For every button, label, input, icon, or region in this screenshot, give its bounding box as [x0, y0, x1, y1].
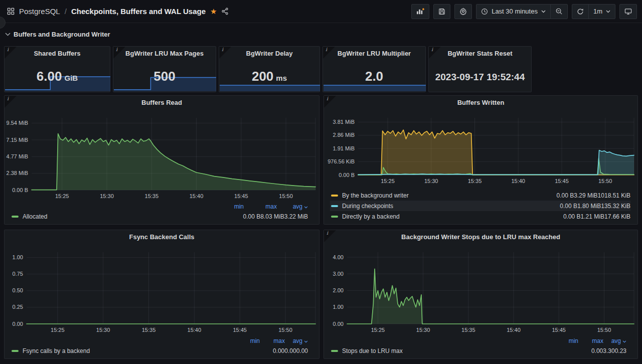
- legend-sort-max[interactable]: max: [260, 337, 285, 344]
- legend-stats-header: min max avg: [11, 336, 308, 345]
- svg-text:15:30: 15:30: [100, 193, 114, 199]
- panel-title[interactable]: BgWriter Delay: [219, 47, 319, 57]
- share-icon[interactable]: [221, 8, 229, 15]
- svg-text:15:25: 15:25: [55, 193, 69, 199]
- breadcrumb-folder[interactable]: PostgreSQL: [19, 7, 60, 16]
- refresh-icon: [577, 8, 584, 15]
- panel-title[interactable]: Shared Buffers: [5, 47, 110, 57]
- fsync-backend-calls-chart[interactable]: 1.000.750.500.250.0015:2515:3015:3515:40…: [5, 230, 320, 336]
- svg-text:0.75: 0.75: [13, 271, 23, 277]
- series-swatch: [331, 350, 338, 352]
- series-avg: 135.32 KiB: [601, 203, 630, 210]
- series-max: 8.03 MiB: [260, 213, 284, 220]
- series-max: 1.21 MiB: [581, 213, 604, 220]
- svg-text:4.77 MiB: 4.77 MiB: [7, 153, 28, 159]
- info-letter: i: [116, 47, 117, 52]
- panel-info-icon[interactable]: i: [219, 47, 231, 59]
- info-letter: i: [327, 230, 328, 236]
- panel-info-icon[interactable]: i: [113, 47, 125, 59]
- info-letter: i: [326, 47, 327, 52]
- panel-title[interactable]: BgWriter LRU Multiplier: [323, 47, 425, 57]
- legend-row: During checkpoints 0.00 B 1.80 MiB 135.3…: [330, 201, 630, 211]
- dashboards-grid-icon[interactable]: [7, 8, 15, 15]
- legend-sort-max[interactable]: max: [578, 337, 603, 344]
- breadcrumb-dashboard-title: Checkpoints, Buffers and WAL Usage: [71, 7, 206, 16]
- series-label[interactable]: During checkpoints: [342, 203, 533, 210]
- legend-sort-min[interactable]: min: [215, 203, 244, 210]
- legend-sort-max[interactable]: max: [244, 203, 277, 210]
- refresh-interval-dropdown[interactable]: 1m: [588, 5, 615, 19]
- series-min: 0.00 B: [530, 192, 574, 199]
- panel-info-icon[interactable]: i: [323, 47, 335, 59]
- legend-row: Directly by a backend 0.00 B 1.21 MiB 17…: [330, 211, 630, 222]
- buffers-written-chart[interactable]: 3.81 MiB2.86 MiB1.91 MiB976.56 KiB0.00 B…: [324, 96, 638, 186]
- lru-stops-chart[interactable]: 4.003.002.001.000.0015:2515:3015:3515:40…: [324, 230, 638, 336]
- series-avg: 3.22 MiB: [284, 213, 308, 220]
- panel-info-icon[interactable]: i: [324, 96, 336, 108]
- legend-stats-header: min max avg: [330, 336, 626, 345]
- series-label[interactable]: Fsync calls by a backend: [23, 347, 261, 354]
- panel-title[interactable]: BgWriter LRU Max Pages: [113, 47, 216, 57]
- svg-text:15:30: 15:30: [96, 327, 110, 333]
- series-min: 0.00 B: [537, 213, 581, 220]
- legend-row: Stops due to LRU max 0.00 3.30 0.23: [330, 345, 626, 356]
- svg-text:15:25: 15:25: [51, 327, 65, 333]
- chevron-down-icon: [304, 340, 308, 343]
- section-title: Buffers and Background Writer: [14, 31, 110, 38]
- panel-buffers-written: i Buffers Written 3.81 MiB2.86 MiB1.91 M…: [324, 95, 638, 225]
- legend: min max avg Fsync calls by a backend 0.0…: [11, 336, 315, 356]
- legend-stats-header: min max avg: [11, 202, 308, 211]
- top-bar: PostgreSQL / Checkpoints, Buffers and WA…: [0, 0, 642, 23]
- svg-text:2.86 MiB: 2.86 MiB: [333, 132, 355, 138]
- legend-sort-avg[interactable]: avg: [603, 337, 626, 344]
- info-letter: i: [7, 96, 9, 101]
- series-swatch: [12, 216, 19, 218]
- dashboard-settings-button[interactable]: [454, 4, 472, 19]
- svg-text:15:30: 15:30: [416, 327, 430, 333]
- panel-bgwriter-stats-reset: i BgWriter Stats Reset 2023-09-17 19:52:…: [428, 46, 532, 92]
- svg-text:15:35: 15:35: [142, 327, 156, 333]
- panel-title[interactable]: BgWriter Stats Reset: [429, 47, 531, 57]
- series-swatch: [331, 205, 338, 207]
- legend-sort-avg[interactable]: avg: [285, 337, 308, 344]
- save-dashboard-button[interactable]: [433, 4, 450, 19]
- panel-info-icon[interactable]: i: [5, 96, 17, 108]
- series-label[interactable]: Directly by a backend: [342, 213, 537, 220]
- time-range-picker[interactable]: Last 30 minutes: [476, 5, 550, 19]
- section-buffers-and-background-writer[interactable]: Buffers and Background Writer: [5, 31, 110, 38]
- legend-row: By the background writer 0.00 B 3.29 MiB…: [330, 190, 630, 201]
- cycle-view-mode-button[interactable]: [619, 4, 637, 19]
- svg-text:0.00: 0.00: [13, 321, 23, 327]
- svg-text:0.50: 0.50: [13, 287, 23, 293]
- refresh-group: 1m: [572, 4, 615, 19]
- legend-sort-min[interactable]: min: [556, 337, 578, 344]
- legend-sort-min[interactable]: min: [238, 337, 260, 344]
- chevron-down-icon: [541, 10, 546, 13]
- info-letter: i: [222, 47, 223, 52]
- refresh-button[interactable]: [572, 5, 588, 19]
- stat-value: 500: [113, 69, 216, 84]
- series-min: 0.00 B: [229, 213, 260, 220]
- legend-sort-avg[interactable]: avg: [277, 203, 308, 210]
- zoom-out-time-button[interactable]: [550, 5, 567, 19]
- panel-shared-buffers: i Shared Buffers 6.00GiB: [4, 46, 110, 92]
- series-label[interactable]: By the background writer: [342, 192, 530, 199]
- panel-info-icon[interactable]: i: [429, 47, 441, 59]
- series-swatch: [12, 350, 19, 352]
- chevron-down-icon: [622, 340, 626, 343]
- add-panel-button[interactable]: [411, 4, 429, 19]
- series-avg: 17.66 KiB: [604, 213, 630, 220]
- info-letter: i: [431, 47, 433, 52]
- legend-row: Allocated 0.00 B 8.03 MiB 3.22 MiB: [11, 211, 308, 222]
- favorite-star-icon[interactable]: ★: [210, 8, 217, 15]
- buffers-read-chart[interactable]: 9.54 MiB7.15 MiB4.77 MiB2.38 MiB0.00 B15…: [5, 96, 320, 202]
- panel-info-icon[interactable]: i: [324, 230, 336, 242]
- series-label[interactable]: Allocated: [23, 213, 229, 220]
- series-avg: 1018.51 KiB: [598, 192, 630, 199]
- panel-bgwriter-lru-multiplier: i BgWriter LRU Multiplier 2.0: [323, 46, 426, 92]
- panel-info-icon[interactable]: i: [5, 47, 17, 59]
- chevron-down-icon: [304, 206, 308, 209]
- svg-text:0.00: 0.00: [333, 321, 344, 327]
- svg-text:15:50: 15:50: [598, 178, 612, 184]
- series-label[interactable]: Stops due to LRU max: [342, 347, 580, 354]
